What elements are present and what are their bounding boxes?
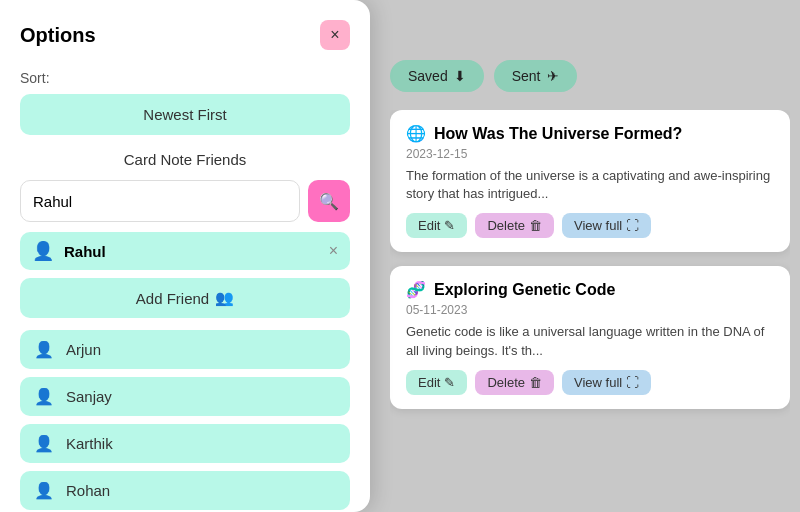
universe-date: 2023-12-15: [406, 147, 774, 161]
card-note-friends-label: Card Note Friends: [20, 151, 350, 168]
friend-rohan-avatar: 👤: [34, 481, 54, 500]
sent-label: Sent: [512, 68, 541, 84]
close-icon: ×: [330, 26, 339, 44]
universe-delete-button[interactable]: Delete 🗑: [475, 213, 554, 238]
friends-list: 👤 Arjun 👤 Sanjay 👤 Karthik 👤 Rohan: [20, 330, 350, 510]
genetics-delete-icon: 🗑: [529, 375, 542, 390]
genetics-edit-label: Edit: [418, 375, 440, 390]
genetics-expand-icon: ⛶: [626, 375, 639, 390]
universe-edit-button[interactable]: Edit ✎: [406, 213, 467, 238]
tab-saved[interactable]: Saved ⬇: [390, 60, 484, 92]
friend-item-arjun[interactable]: 👤 Arjun: [20, 330, 350, 369]
tab-sent[interactable]: Sent ✈: [494, 60, 577, 92]
send-icon: ✈: [547, 68, 559, 84]
tab-bar: Saved ⬇ Sent ✈: [390, 60, 577, 92]
friend-karthik-name: Karthik: [66, 435, 113, 452]
universe-viewfull-button[interactable]: View full ⛶: [562, 213, 651, 238]
genetics-icon: 🧬: [406, 280, 426, 299]
add-friend-button[interactable]: Add Friend 👥: [20, 278, 350, 318]
genetics-delete-button[interactable]: Delete 🗑: [475, 370, 554, 395]
universe-title-text: How Was The Universe Formed?: [434, 125, 682, 143]
search-icon: 🔍: [319, 192, 339, 211]
universe-desc: The formation of the universe is a capti…: [406, 167, 774, 203]
friend-arjun-name: Arjun: [66, 341, 101, 358]
options-header: Options ×: [20, 20, 350, 50]
friend-item-karthik[interactable]: 👤 Karthik: [20, 424, 350, 463]
friend-item-rohan[interactable]: 👤 Rohan: [20, 471, 350, 510]
genetics-date: 05-11-2023: [406, 303, 774, 317]
friend-arjun-avatar: 👤: [34, 340, 54, 359]
delete-icon: 🗑: [529, 218, 542, 233]
genetics-desc: Genetic code is like a universal languag…: [406, 323, 774, 359]
add-friend-label: Add Friend: [136, 290, 209, 307]
genetics-delete-label: Delete: [487, 375, 525, 390]
search-row: 🔍: [20, 180, 350, 222]
genetics-viewfull-label: View full: [574, 375, 622, 390]
genetics-title-text: Exploring Genetic Code: [434, 281, 615, 299]
universe-icon: 🌐: [406, 124, 426, 143]
search-input[interactable]: [20, 180, 300, 222]
options-panel: Options × Sort: Newest First Card Note F…: [0, 0, 370, 512]
edit-icon: ✎: [444, 218, 455, 233]
friend-item-sanjay[interactable]: 👤 Sanjay: [20, 377, 350, 416]
genetics-actions: Edit ✎ Delete 🗑 View full ⛶: [406, 370, 774, 395]
delete-label: Delete: [487, 218, 525, 233]
cards-area: 🌐 How Was The Universe Formed? 2023-12-1…: [390, 110, 790, 502]
selected-friend-left: 👤 Rahul: [32, 240, 106, 262]
saved-label: Saved: [408, 68, 448, 84]
add-person-icon: 👥: [215, 289, 234, 307]
selected-friend-avatar: 👤: [32, 240, 54, 262]
search-button[interactable]: 🔍: [308, 180, 350, 222]
selected-friend-row: 👤 Rahul ×: [20, 232, 350, 270]
close-button[interactable]: ×: [320, 20, 350, 50]
edit-label: Edit: [418, 218, 440, 233]
viewfull-label: View full: [574, 218, 622, 233]
genetics-edit-button[interactable]: Edit ✎: [406, 370, 467, 395]
download-icon: ⬇: [454, 68, 466, 84]
universe-actions: Edit ✎ Delete 🗑 View full ⛶: [406, 213, 774, 238]
friend-sanjay-avatar: 👤: [34, 387, 54, 406]
card-universe: 🌐 How Was The Universe Formed? 2023-12-1…: [390, 110, 790, 252]
genetics-viewfull-button[interactable]: View full ⛶: [562, 370, 651, 395]
friend-sanjay-name: Sanjay: [66, 388, 112, 405]
card-universe-title: 🌐 How Was The Universe Formed?: [406, 124, 774, 143]
selected-friend-name: Rahul: [64, 243, 106, 260]
friend-rohan-name: Rohan: [66, 482, 110, 499]
genetics-edit-icon: ✎: [444, 375, 455, 390]
card-genetics: 🧬 Exploring Genetic Code 05-11-2023 Gene…: [390, 266, 790, 408]
options-title: Options: [20, 24, 96, 47]
card-genetics-title: 🧬 Exploring Genetic Code: [406, 280, 774, 299]
remove-friend-button[interactable]: ×: [329, 242, 338, 260]
expand-icon: ⛶: [626, 218, 639, 233]
sort-newest-button[interactable]: Newest First: [20, 94, 350, 135]
friend-karthik-avatar: 👤: [34, 434, 54, 453]
sort-label: Sort:: [20, 70, 350, 86]
